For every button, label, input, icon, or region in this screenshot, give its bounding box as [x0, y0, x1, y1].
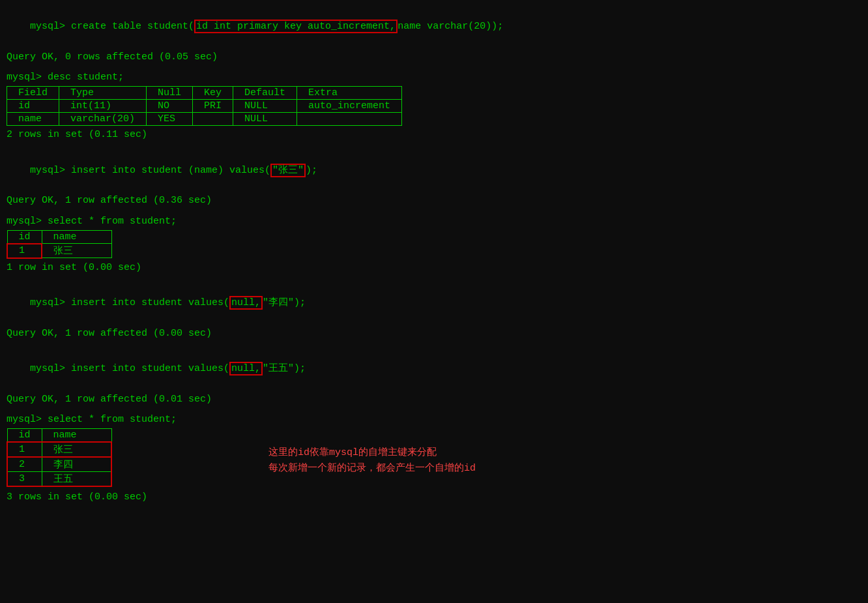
field-id: id [7, 100, 59, 113]
select1-rows: 1 row in set (0.00 sec) [7, 260, 861, 275]
col-key: Key [193, 87, 233, 100]
insert3-highlighted: null, [229, 362, 263, 375]
extra-name [297, 113, 402, 126]
cell-name-3: 王五 [42, 472, 111, 487]
insert3-ok: Query OK, 1 row affected (0.01 sec) [7, 392, 861, 407]
cell-id-1: 1 [7, 442, 42, 457]
cell-id-1: 1 [7, 244, 42, 258]
null-id: NO [147, 100, 193, 113]
cell-name-2: 李四 [42, 457, 111, 472]
insert3-cmd: mysql> insert into student values(null,"… [7, 346, 861, 392]
col-name: name [42, 230, 111, 244]
insert1-highlighted: "张三" [270, 164, 306, 177]
create-rest: name varchar(20)); [398, 21, 503, 32]
desc-cmd: mysql> desc student; [7, 70, 861, 85]
extra-id: auto_increment [297, 100, 402, 113]
table-row: id int(11) NO PRI NULL auto_increment [7, 100, 402, 113]
insert2-highlighted: null, [229, 296, 263, 310]
desc-table: Field Type Null Key Default Extra id int… [7, 86, 402, 126]
default-id: NULL [233, 100, 297, 113]
create-cmd-line: mysql> create table student(id int prima… [7, 4, 861, 50]
col-null: Null [147, 87, 193, 100]
annotation-line2: 每次新增一个新的记录，都会产生一个自增的id [268, 461, 476, 476]
cell-name-1: 张三 [42, 442, 111, 457]
insert1-cmd: mysql> insert into student (name) values… [7, 148, 861, 194]
insert1-end: ); [306, 165, 317, 176]
col-id: id [7, 429, 42, 443]
table-header-row: id name [7, 429, 111, 443]
cell-name-1: 张三 [42, 244, 111, 258]
col-type: Type [59, 87, 147, 100]
select2-table: id name 1 张三 2 李四 3 王五 [7, 428, 112, 487]
col-field: Field [7, 87, 59, 100]
insert3-prompt: mysql> insert into student values( [30, 363, 229, 374]
desc-rows-result: 2 rows in set (0.11 sec) [7, 127, 861, 142]
select1-table: id name 1 张三 [7, 230, 112, 259]
table-header-row: Field Type Null Key Default Extra [7, 87, 402, 100]
key-name [193, 113, 233, 126]
type-id: int(11) [59, 100, 147, 113]
col-id: id [7, 230, 42, 244]
select2-rows: 3 rows in set (0.00 sec) [7, 490, 861, 505]
insert2-ok: Query OK, 1 row affected (0.00 sec) [7, 326, 861, 341]
null-name: YES [147, 113, 193, 126]
col-default: Default [233, 87, 297, 100]
insert2-rest: "李四"); [263, 297, 306, 308]
select1-table-wrapper: id name 1 张三 [7, 230, 861, 259]
insert2-prompt: mysql> insert into student values( [30, 297, 229, 308]
desc-table-wrapper: Field Type Null Key Default Extra id int… [7, 86, 861, 126]
default-name: NULL [233, 113, 297, 126]
cell-id-3: 3 [7, 472, 42, 487]
type-name: varchar(20) [59, 113, 147, 126]
col-name: name [42, 429, 111, 443]
annotation-line1: 这里的id依靠mysql的自增主键来分配 [268, 445, 476, 460]
cell-id-2: 2 [7, 457, 42, 472]
create-ok: Query OK, 0 rows affected (0.05 sec) [7, 50, 861, 65]
table-row: 3 王五 [7, 472, 111, 487]
insert2-cmd: mysql> insert into student values(null,"… [7, 280, 861, 326]
table-row: name varchar(20) YES NULL [7, 113, 402, 126]
select1-cmd: mysql> select * from student; [7, 214, 861, 229]
field-name: name [7, 113, 59, 126]
create-prompt: mysql> create table student( [30, 21, 194, 32]
table-header-row: id name [7, 230, 111, 244]
table-row: 2 李四 [7, 457, 111, 472]
table-row: 1 张三 [7, 244, 111, 258]
insert1-prompt: mysql> insert into student (name) values… [30, 165, 270, 176]
insert1-ok: Query OK, 1 row affected (0.36 sec) [7, 193, 861, 208]
select2-table-wrapper: id name 1 张三 2 李四 3 王五 [7, 427, 112, 488]
select2-cmd: mysql> select * from student; [7, 412, 861, 427]
insert3-rest: "王五"); [263, 363, 306, 374]
key-id: PRI [193, 100, 233, 113]
annotation: 这里的id依靠mysql的自增主键来分配 每次新增一个新的记录，都会产生一个自增… [268, 445, 476, 476]
table-row: 1 张三 [7, 442, 111, 457]
create-highlighted: id int primary key auto_increment, [194, 20, 398, 33]
col-extra: Extra [297, 87, 402, 100]
